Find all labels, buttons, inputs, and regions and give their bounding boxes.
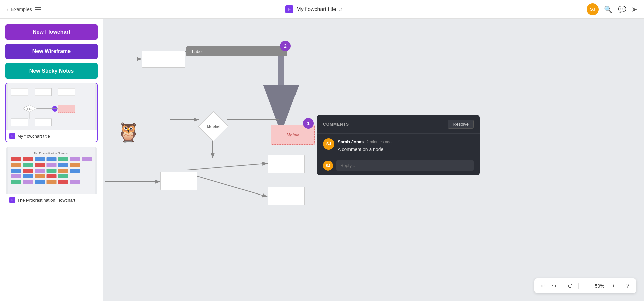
- card-preview-1: label 1: [6, 83, 97, 130]
- new-flowchart-button[interactable]: New Flowchart: [5, 24, 98, 40]
- svg-rect-43: [35, 180, 45, 184]
- svg-rect-31: [23, 169, 33, 173]
- header-center: F My flowchart title: [285, 5, 342, 13]
- comment-meta: Sarah Jonas 2 minutes ago ···: [338, 138, 474, 145]
- svg-rect-42: [23, 180, 33, 184]
- svg-rect-34: [58, 169, 68, 173]
- comments-panel: COMMENTS Resolve SJ Sarah Jonas 2 minute…: [317, 115, 480, 175]
- svg-rect-2: [35, 88, 52, 96]
- node-right-mid-2[interactable]: [268, 187, 305, 205]
- node-lower-left[interactable]: [160, 172, 197, 190]
- zoom-in-button[interactable]: +: [609, 282, 618, 290]
- canvas[interactable]: Label 2 My label 🦉 My box 1: [103, 19, 644, 301]
- svg-rect-19: [35, 157, 45, 161]
- diamond-label: My label: [207, 125, 219, 128]
- sidebar-card-2[interactable]: The Procrastination Flowchart: [5, 146, 98, 206]
- card-title-1: My flowchart title: [17, 134, 50, 139]
- svg-rect-29: [70, 163, 80, 167]
- svg-rect-8: [58, 105, 75, 113]
- svg-rect-21: [58, 157, 68, 161]
- svg-rect-18: [23, 157, 33, 161]
- back-link[interactable]: Examples: [11, 7, 32, 12]
- comment-time: 2 minutes ago: [366, 140, 391, 144]
- comment-text: A comment on a node: [338, 147, 474, 152]
- comment-author: Sarah Jonas: [338, 139, 364, 144]
- svg-rect-45: [58, 180, 68, 184]
- comments-header: COMMENTS Resolve: [317, 115, 480, 134]
- card-title-2: The Procrastination Flowchart: [17, 198, 75, 203]
- help-button[interactable]: ?: [624, 282, 632, 290]
- svg-rect-30: [11, 169, 21, 173]
- header-logo: F: [285, 5, 293, 13]
- reply-input[interactable]: [336, 160, 474, 171]
- badge-2-label: 2: [284, 43, 287, 49]
- svg-rect-1: [11, 88, 28, 96]
- hamburger-icon[interactable]: [35, 7, 41, 11]
- svg-rect-20: [47, 157, 57, 161]
- page-title: My flowchart title: [296, 6, 336, 12]
- svg-line-58: [187, 163, 268, 170]
- comment-reply-area: SJ: [317, 157, 480, 175]
- new-sticky-notes-button[interactable]: New Sticky Notes: [5, 63, 98, 79]
- sidebar-card-1[interactable]: label 1: [5, 83, 98, 142]
- svg-rect-28: [58, 163, 68, 167]
- toolbar-divider-2: [578, 283, 579, 289]
- svg-rect-32: [35, 169, 45, 173]
- back-arrow-icon: ‹: [7, 6, 8, 12]
- svg-rect-10: [35, 119, 52, 126]
- svg-rect-44: [47, 180, 57, 184]
- zoom-level: 50%: [591, 282, 608, 290]
- connector-label-text: Label: [192, 49, 203, 54]
- canvas-toolbar: ↩ ↪ ⏱ − 50% + ?: [534, 278, 636, 293]
- svg-line-59: [187, 173, 268, 197]
- badge-1[interactable]: 1: [303, 118, 314, 129]
- pink-box-label: My box: [287, 133, 299, 137]
- resolve-button[interactable]: Resolve: [448, 120, 474, 129]
- status-indicator: [339, 8, 342, 11]
- card-logo-2: F: [9, 197, 15, 203]
- chat-icon[interactable]: 💬: [618, 5, 626, 13]
- undo-button[interactable]: ↩: [538, 281, 548, 290]
- badge-2[interactable]: 2: [280, 41, 291, 51]
- redo-button[interactable]: ↪: [549, 281, 559, 290]
- comment-body: Sarah Jonas 2 minutes ago ··· A comment …: [338, 138, 474, 152]
- search-icon[interactable]: 🔍: [604, 5, 612, 13]
- svg-rect-3: [58, 88, 75, 96]
- card-logo-1: F: [9, 133, 15, 139]
- card-preview-2: The Procrastination Flowchart: [6, 147, 97, 194]
- avatar[interactable]: SJ: [587, 3, 599, 15]
- zoom-out-button[interactable]: −: [581, 282, 590, 290]
- toolbar-divider-3: [621, 283, 621, 289]
- svg-rect-37: [23, 174, 33, 178]
- commenter-avatar: SJ: [323, 138, 334, 150]
- svg-rect-41: [11, 180, 21, 184]
- svg-rect-23: [82, 157, 92, 161]
- svg-rect-22: [70, 157, 80, 161]
- node-top-left[interactable]: [142, 51, 185, 68]
- reply-avatar: SJ: [323, 161, 333, 171]
- header: ‹ Examples F My flowchart title SJ 🔍 💬 ➤: [0, 0, 644, 19]
- new-wireframe-button[interactable]: New Wireframe: [5, 44, 98, 59]
- comment-more-icon[interactable]: ···: [468, 138, 474, 145]
- header-left: ‹ Examples: [7, 6, 41, 12]
- svg-rect-40: [58, 174, 68, 178]
- svg-rect-17: [11, 157, 21, 161]
- card-label-2: F The Procrastination Flowchart: [6, 194, 97, 206]
- card-label-1: F My flowchart title: [6, 130, 97, 142]
- svg-rect-9: [11, 119, 28, 126]
- history-button[interactable]: ⏱: [565, 282, 576, 290]
- send-icon[interactable]: ➤: [632, 5, 637, 13]
- toolbar-divider-1: [562, 283, 562, 289]
- svg-rect-46: [70, 180, 80, 184]
- comment-item: SJ Sarah Jonas 2 minutes ago ··· A comme…: [317, 134, 480, 157]
- svg-rect-36: [11, 174, 21, 178]
- sidebar: New Flowchart New Wireframe New Sticky N…: [0, 19, 103, 301]
- svg-rect-25: [23, 163, 33, 167]
- node-right-mid-1[interactable]: [268, 155, 305, 173]
- svg-rect-33: [47, 169, 57, 173]
- svg-rect-35: [70, 169, 80, 173]
- main: New Flowchart New Wireframe New Sticky N…: [0, 19, 644, 301]
- diamond-node[interactable]: My label: [198, 111, 228, 141]
- svg-text:The Procrastination Flowchart: The Procrastination Flowchart: [34, 152, 69, 155]
- svg-rect-38: [35, 174, 45, 178]
